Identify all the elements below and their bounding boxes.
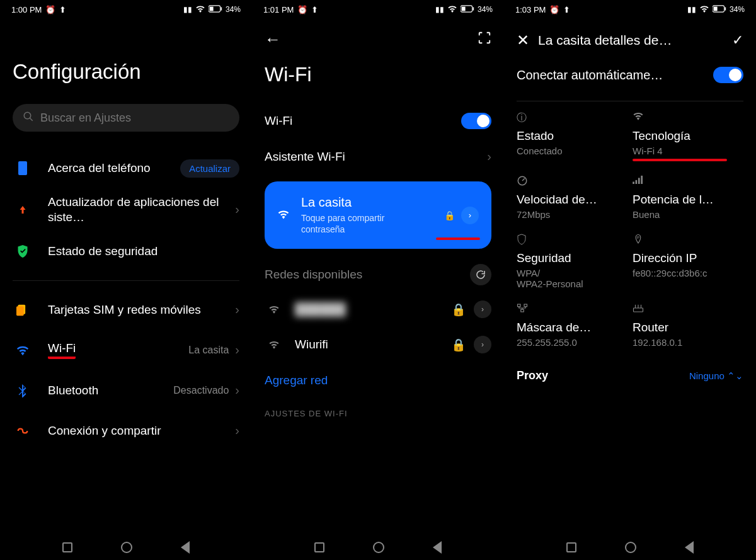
alarm-icon: ⏰ (297, 5, 307, 14)
wifi-assistant-label: Asistente Wi-Fi (265, 150, 345, 164)
signal-icon: ▮▮ (183, 5, 192, 14)
network-item[interactable]: ██████ 🔒› (265, 292, 491, 327)
proxy-row[interactable]: Proxy Ninguno ⌃⌄ (517, 348, 743, 382)
router-label: Router (633, 321, 743, 334)
wifi-icon (699, 5, 709, 14)
connection-share-item[interactable]: Conexión y compartir › (13, 411, 239, 451)
battery-icon (461, 5, 474, 14)
svg-rect-9 (462, 6, 466, 11)
auto-connect-label: Conectar automáticame… (517, 68, 663, 83)
signal-icon: ▮▮ (687, 5, 696, 14)
search-bar[interactable] (13, 104, 239, 132)
auto-connect-toggle[interactable] (713, 67, 743, 83)
alarm-icon: ⏰ (45, 5, 55, 14)
add-network-button[interactable]: Agregar red (265, 362, 491, 399)
ip-label: Dirección IP (633, 251, 743, 265)
network-icon (517, 303, 627, 316)
refresh-button[interactable] (470, 264, 491, 285)
battery-percent: 34% (730, 5, 745, 14)
mask-value: 255.255.255.0 (517, 337, 627, 348)
about-phone-item[interactable]: Acerca del teléfono Actualizar (13, 148, 239, 188)
shield-icon (13, 244, 33, 258)
update-badge[interactable]: Actualizar (180, 159, 239, 178)
network-details-button[interactable]: › (474, 300, 491, 318)
wifi-icon (277, 209, 290, 222)
network-details-button[interactable]: › (474, 336, 491, 353)
technology-value: Wi-Fi 4 (633, 146, 743, 156)
svg-line-4 (30, 118, 33, 121)
auto-connect-row[interactable]: Conectar automáticame… (517, 50, 743, 94)
ip-value: fe80::29cc:d3b6:c (633, 268, 743, 278)
wifi-settings-section-label: AJUSTES DE WI-FI (265, 409, 491, 418)
bluetooth-item[interactable]: Bluetooth Desactivado› (13, 370, 239, 411)
page-title: Wi-Fi (265, 63, 491, 86)
share-label: Conexión y compartir (48, 423, 235, 438)
system-updater-item[interactable]: Actualizador de aplicaciones del siste… … (13, 188, 239, 231)
clock: 1:00 PM (11, 5, 42, 14)
status-bar: 1:00 PM ⏰ ⬆ ▮▮ 34% (0, 0, 252, 19)
svg-rect-21 (524, 304, 527, 307)
page-title: La casita detalles de… (538, 33, 723, 48)
wifi-item[interactable]: Wi-Fi La casita› (13, 330, 239, 370)
details-arrow[interactable]: › (461, 207, 479, 224)
state-label: Estado (517, 129, 627, 143)
svg-rect-12 (714, 6, 718, 11)
speed-label: Velocidad de… (517, 193, 627, 207)
sim-label: Tarjetas SIM y redes móviles (48, 302, 235, 317)
signal-value: Buena (633, 209, 743, 220)
svg-rect-23 (634, 308, 643, 312)
nav-bar (252, 541, 504, 554)
recents-button[interactable] (62, 542, 72, 552)
recents-button[interactable] (314, 542, 324, 552)
back-button[interactable] (685, 541, 694, 554)
home-button[interactable] (625, 542, 636, 553)
technology-label: Tecnología (633, 129, 743, 143)
network-name: ██████ (295, 302, 346, 316)
scan-icon[interactable] (478, 31, 491, 47)
updater-label: Actualizador de aplicaciones del siste… (48, 195, 235, 225)
clock: 1:01 PM (263, 5, 294, 14)
chevron-right-icon: › (235, 383, 239, 397)
wifi-details-screen: 1:03 PM ⏰ ⬆ ▮▮ 34% ✕ La casita detalles … (504, 0, 756, 560)
dropdown-icon: ⌃⌄ (727, 370, 743, 381)
wifi-toggle[interactable] (461, 113, 491, 129)
about-label: Acerca del teléfono (48, 161, 180, 176)
svg-text:IP: IP (637, 236, 639, 239)
search-input[interactable] (40, 111, 229, 125)
back-arrow-icon[interactable]: ← (265, 30, 281, 49)
wifi-assistant-row[interactable]: Asistente Wi-Fi › (265, 139, 491, 174)
info-icon: ⓘ (517, 111, 627, 124)
back-button[interactable] (181, 541, 190, 554)
divider (517, 101, 743, 101)
bluetooth-icon (13, 384, 33, 397)
security-status-item[interactable]: Estado de seguridad (13, 231, 239, 271)
bluetooth-status: Desactivado (173, 385, 229, 396)
back-button[interactable] (433, 541, 442, 554)
battery-icon (209, 5, 222, 14)
lock-icon: 🔒 (451, 302, 466, 317)
svg-rect-20 (518, 304, 521, 307)
svg-rect-5 (18, 161, 27, 175)
network-item[interactable]: Wiurifi 🔒› (265, 327, 491, 362)
chevron-right-icon: › (235, 202, 239, 217)
confirm-icon[interactable]: ✓ (732, 32, 743, 49)
connected-network-card[interactable]: La casita Toque para compartir contraseñ… (265, 181, 491, 249)
wifi-toggle-row[interactable]: Wi-Fi (265, 103, 491, 139)
svg-rect-2 (220, 7, 222, 10)
router-cell: Router 192.168.0.1 (633, 303, 743, 348)
connected-subtitle: Toque para compartir contraseña (301, 212, 427, 235)
speedometer-icon (517, 175, 627, 188)
close-icon[interactable]: ✕ (517, 31, 529, 49)
home-button[interactable] (121, 542, 132, 553)
available-networks-label: Redes disponibles (265, 268, 362, 282)
recents-button[interactable] (566, 542, 576, 552)
annotation-highlight (633, 159, 727, 161)
lock-icon: 🔒 (451, 338, 466, 352)
status-bar: 1:01 PM ⏰ ⬆ ▮▮ 34% (252, 0, 504, 19)
sim-networks-item[interactable]: Tarjetas SIM y redes móviles › (13, 290, 239, 330)
state-value: Conectado (517, 146, 627, 156)
wifi-icon (13, 345, 33, 356)
speed-cell: Velocidad de… 72Mbps (517, 175, 627, 220)
home-button[interactable] (373, 542, 384, 553)
arrow-up-icon (13, 204, 33, 215)
